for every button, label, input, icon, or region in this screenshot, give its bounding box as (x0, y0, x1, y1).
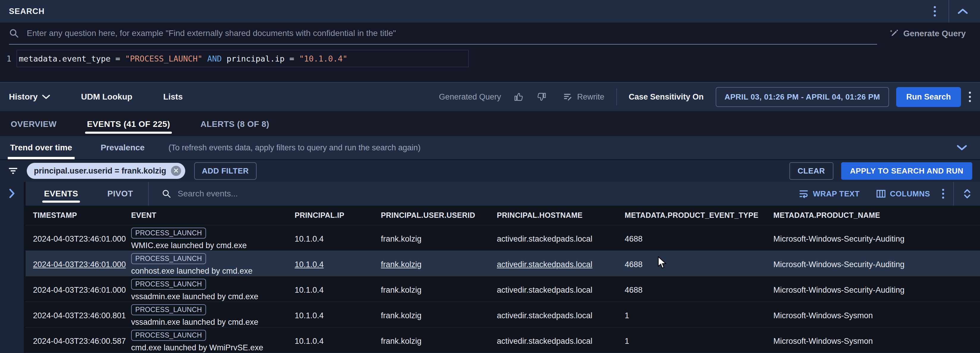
event-description: WMIC.exe launched by cmd.exe (131, 241, 295, 250)
cell-principal-hostname[interactable]: activedir.stackedpads.local (497, 234, 625, 244)
query-value: "10.1.0.4" (299, 54, 348, 63)
wrap-text-icon (799, 189, 809, 198)
case-sensitivity-toggle[interactable]: Case Sensitivity On (629, 92, 704, 102)
cell-principal-userid[interactable]: frank.kolzig (381, 260, 497, 269)
rewrite-button[interactable]: Rewrite (563, 92, 605, 102)
expand-panel-button[interactable] (9, 188, 15, 200)
cell-timestamp[interactable]: 2024-04-03T23:46:01.000 (33, 286, 131, 295)
cell-event[interactable]: PROCESS_LAUNCH conhost.exe launched by c… (131, 251, 295, 278)
filter-chip-label: principal.user.userid = frank.kolzig (34, 166, 166, 176)
cell-principal-hostname[interactable]: activedir.stackedpads.local (497, 286, 625, 295)
query-toolbar: History UDM Lookup Lists Generated Query (0, 83, 980, 111)
thumbs-up-button[interactable] (514, 92, 523, 102)
tab-overview[interactable]: OVERVIEW (9, 119, 58, 136)
column-header[interactable]: PRINCIPAL.USER.USERID (381, 211, 497, 219)
cell-principal-userid[interactable]: frank.kolzig (381, 286, 497, 295)
cell-principal-ip[interactable]: 10.1.0.4 (295, 311, 381, 320)
column-header[interactable]: EVENT (131, 211, 295, 219)
unfold-icon (963, 188, 972, 199)
history-menu[interactable]: History (9, 92, 50, 102)
header-kebab-menu[interactable] (926, 3, 943, 20)
cell-principal-userid[interactable]: frank.kolzig (381, 311, 497, 320)
table-row[interactable]: 2024-04-03T23:46:01.000 PROCESS_LAUNCH W… (25, 225, 980, 251)
cell-principal-userid[interactable]: frank.kolzig (381, 234, 497, 244)
kebab-icon (969, 92, 971, 102)
tab-prevalence[interactable]: Prevalence (100, 136, 146, 159)
thumb-up-icon (514, 92, 523, 102)
clear-button[interactable]: CLEAR (789, 162, 834, 180)
column-header[interactable]: TIMESTAMP (33, 211, 131, 219)
tab-alerts[interactable]: ALERTS (8 OF 8) (199, 119, 271, 136)
cell-principal-hostname[interactable]: activedir.stackedpads.local (497, 337, 625, 346)
tab-events[interactable]: EVENTS (41 OF 225) (85, 119, 172, 136)
page-title: SEARCH (9, 7, 45, 16)
table-row[interactable]: 2024-04-03T23:46:01.000 PROCESS_LAUNCH v… (25, 276, 980, 302)
cell-principal-hostname[interactable]: activedir.stackedpads.local (497, 260, 625, 269)
search-icon (9, 28, 19, 38)
run-search-button[interactable]: Run Search (896, 87, 961, 107)
events-search-field[interactable] (162, 189, 782, 199)
cell-event[interactable]: PROCESS_LAUNCH vssadmin.exe launched by … (131, 302, 295, 329)
events-search-input[interactable] (178, 189, 356, 199)
add-filter-button[interactable]: ADD FILTER (194, 162, 256, 180)
event-type-badge[interactable]: PROCESS_LAUNCH (131, 227, 206, 239)
thumbs-down-button[interactable] (537, 92, 546, 102)
cell-event[interactable]: PROCESS_LAUNCH WMIC.exe launched by cmd.… (131, 225, 295, 253)
table-row[interactable]: 2024-04-03T23:46:00.587 PROCESS_LAUNCH c… (25, 328, 980, 353)
cell-principal-userid[interactable]: frank.kolzig (381, 337, 497, 346)
query-editor[interactable]: 1 metadata.event_type = "PROCESS_LAUNCH"… (0, 45, 980, 82)
table-header-row: TIMESTAMP EVENT PRINCIPAL.IP PRINCIPAL.U… (25, 206, 980, 225)
tab-trend-over-time[interactable]: Trend over time (9, 136, 73, 159)
table-row[interactable]: 2024-04-03T23:46:00.801 PROCESS_LAUNCH v… (25, 302, 980, 328)
udm-lookup-button[interactable]: UDM Lookup (81, 92, 132, 102)
trend-bar: Trend over time Prevalence (To refresh e… (0, 136, 980, 159)
date-range-button[interactable]: APRIL 03, 01:26 PM - APRIL 04, 01:26 PM (716, 87, 889, 107)
cell-principal-hostname[interactable]: activedir.stackedpads.local (497, 311, 625, 320)
remove-filter-icon[interactable]: ✕ (171, 166, 181, 176)
cell-timestamp[interactable]: 2024-04-03T23:46:01.000 (33, 260, 131, 269)
generate-query-button[interactable]: Generate Query (877, 29, 971, 39)
cell-event[interactable]: PROCESS_LAUNCH vssadmin.exe launched by … (131, 276, 295, 304)
line-number: 1 (0, 54, 17, 63)
event-description: cmd.exe launched by WmiPrvSE.exe (131, 343, 295, 352)
tab-events-inner[interactable]: EVENTS (42, 182, 80, 206)
nl-search-field[interactable] (9, 22, 877, 45)
magic-pencil-icon (889, 29, 899, 39)
cell-timestamp[interactable]: 2024-04-03T23:46:00.587 (33, 337, 131, 346)
tab-pivot[interactable]: PIVOT (105, 182, 135, 206)
columns-icon (876, 189, 886, 198)
lists-button[interactable]: Lists (163, 92, 183, 102)
column-header[interactable]: METADATA.PRODUCT_NAME (773, 211, 980, 219)
column-header[interactable]: PRINCIPAL.HOSTNAME (497, 211, 625, 219)
wrap-text-button[interactable]: WRAP TEXT (799, 189, 859, 199)
query-line[interactable]: metadata.event_type = "PROCESS_LAUNCH" A… (17, 50, 469, 67)
table-row[interactable]: 2024-04-03T23:46:01.000 PROCESS_LAUNCH c… (25, 251, 980, 276)
apply-to-search-and-run-button[interactable]: APPLY TO SEARCH AND RUN (841, 162, 972, 180)
filter-chip[interactable]: principal.user.userid = frank.kolzig ✕ (27, 163, 185, 179)
thumb-down-icon (537, 92, 546, 102)
table-body: 2024-04-03T23:46:01.000 PROCESS_LAUNCH W… (25, 225, 980, 353)
cell-event[interactable]: PROCESS_LAUNCH cmd.exe launched by WmiPr… (131, 328, 295, 353)
cell-principal-ip[interactable]: 10.1.0.4 (295, 260, 381, 269)
cell-principal-ip[interactable]: 10.1.0.4 (295, 337, 381, 346)
cell-principal-ip[interactable]: 10.1.0.4 (295, 286, 381, 295)
event-type-badge[interactable]: PROCESS_LAUNCH (131, 253, 206, 264)
event-description: conhost.exe launched by cmd.exe (131, 267, 295, 276)
columns-button[interactable]: COLUMNS (876, 189, 930, 199)
collapse-trend-button[interactable] (957, 145, 967, 151)
cell-timestamp[interactable]: 2024-04-03T23:46:00.801 (33, 311, 131, 320)
cell-timestamp[interactable]: 2024-04-03T23:46:01.000 (33, 234, 131, 244)
event-type-badge[interactable]: PROCESS_LAUNCH (131, 330, 206, 341)
nl-search-input[interactable] (19, 29, 877, 38)
filter-list-icon (8, 166, 18, 175)
event-type-badge[interactable]: PROCESS_LAUNCH (131, 304, 206, 315)
event-type-badge[interactable]: PROCESS_LAUNCH (131, 279, 206, 290)
column-header[interactable]: PRINCIPAL.IP (295, 211, 381, 219)
events-kebab-menu[interactable] (942, 189, 944, 199)
collapse-panel-button[interactable] (955, 3, 971, 20)
search-options-kebab[interactable] (969, 92, 971, 102)
expand-table-button[interactable] (963, 188, 972, 199)
column-header[interactable]: METADATA.PRODUCT_EVENT_TYPE (625, 211, 773, 219)
filter-bar: principal.user.userid = frank.kolzig ✕ A… (0, 159, 980, 182)
cell-principal-ip[interactable]: 10.1.0.4 (295, 234, 381, 244)
